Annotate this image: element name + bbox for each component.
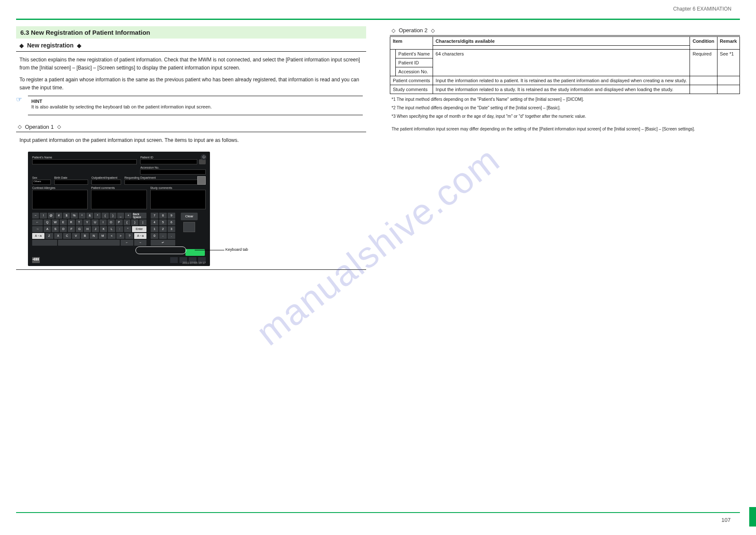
key[interactable]: ← [32,219,43,225]
key[interactable]: R [68,219,75,225]
key[interactable]: V [72,233,80,239]
key[interactable] [32,240,57,246]
key[interactable]: ! [40,213,47,219]
space-key[interactable] [58,240,120,246]
key[interactable]: " [124,226,131,232]
key[interactable]: @ [48,213,55,219]
cell [390,50,396,76]
key[interactable]: _ [117,213,124,219]
key[interactable]: - [159,233,167,239]
key[interactable]: N [90,233,98,239]
key[interactable]: M [99,233,107,239]
study-comments-textarea[interactable] [150,190,206,209]
case-key[interactable]: A→a [134,233,146,239]
key[interactable]: 1 [151,226,158,232]
key[interactable]: 3 [168,226,175,232]
key[interactable]: C [63,233,71,239]
top-rule [16,19,740,20]
key[interactable]: * [94,213,101,219]
backspace-key[interactable]: Back Space [132,213,146,219]
cell: Study comments [390,85,433,94]
key[interactable]: # [55,213,62,219]
outin-select[interactable] [91,180,121,185]
key[interactable]: U [91,219,99,225]
key[interactable]: % [71,213,77,219]
key[interactable]: X [54,233,62,239]
key[interactable]: 2 [159,226,167,232]
tab-icon[interactable]: ◂▮▮▮ [32,257,40,263]
key[interactable]: W [52,219,59,225]
key[interactable]: ) [110,213,116,219]
key[interactable]: 0 [151,233,158,239]
key[interactable]: F [68,226,75,232]
key[interactable]: I [99,219,107,225]
patient-name-input[interactable] [32,159,137,164]
key[interactable]: 4 [151,219,158,225]
tab-icon[interactable] [170,257,178,263]
th-remark: Remark [717,37,739,50]
case-key[interactable]: A→a [32,233,44,239]
key[interactable]: 5 [159,219,167,225]
key[interactable]: → [134,240,146,246]
key[interactable]: $ [63,213,70,219]
key[interactable]: O [108,219,115,225]
hint-icon: ☞ [16,95,22,103]
step1-head: ◇ Operation 1 ◇ [16,123,366,132]
th-item: Item [390,37,433,50]
label-contrast: Contrast Allergies [32,186,88,189]
key[interactable]: Y [83,219,91,225]
key[interactable]: > [116,233,124,239]
key[interactable]: H [84,226,91,232]
step1-title: Operation 1 [25,124,54,130]
key[interactable]: + [125,213,132,219]
key[interactable]: ~ [32,213,39,219]
close-icon[interactable]: ⏻ [201,154,207,160]
body-part-icon[interactable] [197,176,206,185]
key[interactable]: { [124,219,131,225]
key[interactable]: P [116,219,123,225]
key[interactable]: Z [45,233,53,239]
birth-input[interactable] [54,180,88,185]
key[interactable]: E [60,219,67,225]
clear-button[interactable]: Clear [181,213,198,220]
key[interactable]: A [44,226,51,232]
key[interactable]: : [116,226,123,232]
key[interactable]: ← [121,240,133,246]
key[interactable]: 9 [168,213,175,219]
key[interactable]: Q [44,219,51,225]
accession-input[interactable] [140,169,206,175]
key[interactable]: ? [125,233,133,239]
key[interactable]: B [81,233,89,239]
key[interactable]: 8 [159,213,167,219]
patient-comments-textarea[interactable] [91,190,146,209]
key[interactable]: } [131,219,138,225]
req-dept-input[interactable] [124,180,206,185]
worklist-icon[interactable] [183,222,195,232]
patient-id-input[interactable] [140,159,197,164]
key[interactable]: 6 [168,219,175,225]
left-column: 6.3 New Registration of Patient Informat… [16,26,366,497]
key[interactable]: ( [102,213,108,219]
key[interactable]: T [76,219,83,225]
contrast-textarea[interactable] [32,190,88,209]
key[interactable]: | [139,219,146,225]
key[interactable]: < [108,233,116,239]
cell: Required [690,50,717,76]
enter-key[interactable]: ↵ [151,240,175,246]
key[interactable]: J [92,226,99,232]
key[interactable]: G [76,226,83,232]
key[interactable]: L [108,226,115,232]
sex-select[interactable]: Others [32,180,51,185]
key[interactable]: 7 [151,213,158,219]
leader-label: Keyboard tab [225,247,248,252]
key[interactable]: → [32,226,43,232]
bottom-rule [16,512,740,513]
key[interactable]: . [168,233,175,239]
enter-key[interactable]: Enter [132,226,146,232]
key[interactable]: ^ [79,213,86,219]
key[interactable]: S [52,226,59,232]
key[interactable]: D [60,226,67,232]
key[interactable]: K [100,226,107,232]
step2-title: Operation 2 [399,27,428,33]
key[interactable]: & [86,213,93,219]
